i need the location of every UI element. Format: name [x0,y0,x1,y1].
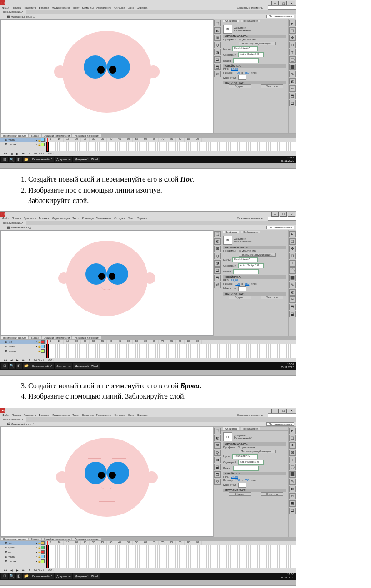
layer-row[interactable]: 🗎 голова• 🔒 [0,349,46,353]
play-button[interactable]: ⏭ [22,152,25,155]
window-button[interactable]: ☐ [280,212,287,217]
menu-item[interactable]: Команды [82,414,93,416]
tool-button[interactable]: ◐ [289,289,296,296]
tool-button[interactable]: ✥ [289,246,296,252]
size-value[interactable]: 550 [245,71,249,74]
script-select[interactable]: ActionScript 3.0 [238,52,264,57]
size-value[interactable]: 550 [245,479,249,482]
tool-button[interactable]: ⬒ [289,304,296,310]
tool-button[interactable]: ↺ [214,479,221,485]
menu-item[interactable]: Файл [2,414,9,416]
target-select[interactable]: Flash Lite 4.0 [232,257,258,262]
tool-button[interactable]: ✂ [289,493,296,499]
tool-button[interactable]: ⬓ [289,311,296,317]
history-button[interactable]: Журнал [229,296,251,299]
taskbar-app[interactable]: Документы [55,157,73,162]
tool-button[interactable]: ⬚ [214,20,221,26]
panel-tab[interactable]: Свойства [223,427,239,430]
tool-button[interactable]: ⬛ [289,275,296,281]
timeline-tab[interactable]: Редактор движения [72,336,101,339]
playhead[interactable] [47,340,48,358]
layer-row[interactable]: 🗎 нос• 🔒 [0,340,46,344]
tool-button[interactable]: ◑ [214,49,221,55]
menu-item[interactable]: Отладка [114,414,125,416]
taskbar-button[interactable]: ⊞ [1,363,8,369]
window-button[interactable]: — [271,212,279,217]
menu-item[interactable]: Команды [82,6,93,9]
menu-item[interactable]: Правка [12,414,21,416]
tool-button[interactable]: ⊞ [214,35,221,41]
tool-button[interactable]: ◐ [289,486,296,492]
layer-row[interactable]: 🗎 рот• 🔒 [0,541,46,545]
taskbar-button[interactable]: ⊞ [1,573,8,579]
tool-button[interactable]: ⊡ [289,42,296,48]
menu-item[interactable]: Модификация [52,414,70,416]
layer-row[interactable]: 🗎 брови• 🔒 [0,545,46,550]
menu-item[interactable]: Окно [128,6,134,9]
tool-button[interactable]: ⬓ [214,464,221,470]
menu-item[interactable]: Справка [137,217,148,220]
timeline-tab[interactable]: Вывод [29,134,41,137]
fps-value[interactable]: 24,00 [231,475,238,478]
window-button[interactable]: ✕ [288,212,295,217]
search-input[interactable] [268,413,296,417]
taskbar-app[interactable]: Документ1 - Word [73,573,100,579]
menu-item[interactable]: Просмотр [24,217,36,220]
tool-button[interactable]: ◐ [214,27,221,34]
tool-button[interactable]: ⬒ [289,93,296,99]
menu-item[interactable]: Управление [96,217,111,220]
timeline-tab[interactable]: Редактор движения [72,538,101,540]
menu-item[interactable]: Отладка [114,6,125,9]
play-button[interactable]: ⏭ [22,569,25,572]
tool-button[interactable]: ⊡ [289,253,296,259]
history-button[interactable]: Очистить [261,492,283,496]
menu-item[interactable]: Правка [12,6,21,9]
tool-button[interactable]: ⬓ [289,100,296,106]
timeline-tab[interactable]: Временная шкала [1,538,28,540]
taskbar-button[interactable]: 🔍 [9,573,15,579]
tool-button[interactable]: ◑ [214,260,221,267]
tool-button[interactable]: Q [214,253,221,259]
tool-button[interactable]: ◫ [289,435,296,441]
timeline-tab[interactable]: Ошибки компиляции [42,134,72,137]
tool-button[interactable]: ◐ [214,238,221,245]
timeline-tab[interactable]: Временная шкала [1,336,28,339]
tool-button[interactable]: ✂ [289,85,296,92]
window-button[interactable]: ✕ [288,409,295,413]
pub-settings-button[interactable]: Параметры публикации... [239,253,276,257]
tool-button[interactable]: T [289,49,296,55]
tool-button[interactable]: ⬒ [214,64,221,70]
menu-item[interactable]: Текст [72,217,79,220]
playhead[interactable] [47,138,48,151]
tool-button[interactable]: ▸ [289,20,296,26]
play-button[interactable]: ▶ [16,358,19,361]
document-tab[interactable]: Безымянный-1* [0,417,26,422]
panel-tab[interactable]: Свойства [223,231,239,233]
tool-button[interactable]: ⬒ [289,500,296,507]
stage[interactable] [0,19,213,133]
play-button[interactable]: ◀ [10,152,13,155]
menu-item[interactable]: Управление [96,6,111,9]
tool-button[interactable]: ✎ [289,479,296,485]
taskbar-button[interactable]: 📂 [23,363,30,369]
tool-button[interactable]: ↺ [214,71,221,77]
menu-item[interactable]: Управление [96,414,111,416]
taskbar-app[interactable]: Документы [55,573,73,579]
taskbar-button[interactable]: 🔍 [9,363,15,369]
fps-value[interactable]: 24,00 [231,68,238,70]
tool-button[interactable]: ◑ [214,457,221,463]
script-select[interactable]: ActionScript 3.0 [238,263,264,268]
menu-item[interactable]: Справка [137,6,148,9]
tool-button[interactable]: ⊞ [214,442,221,449]
size-value[interactable]: 550 [245,282,249,285]
taskbar-app[interactable]: Безымянный-1* [30,363,54,369]
frames-area[interactable]: 51015202530354045505560657075808590 [46,541,296,568]
menu-item[interactable]: Вставка [39,6,49,9]
zoom-selector[interactable]: По размерам окна [266,226,294,229]
tool-button[interactable]: ◐ [289,78,296,84]
timeline-tab[interactable]: Временная шкала [1,134,28,137]
history-button[interactable]: Журнал [229,84,251,88]
tool-button[interactable]: T [289,457,296,463]
tool-button[interactable]: Q [214,450,221,456]
target-select[interactable]: Flash Lite 4.0 [232,454,258,459]
